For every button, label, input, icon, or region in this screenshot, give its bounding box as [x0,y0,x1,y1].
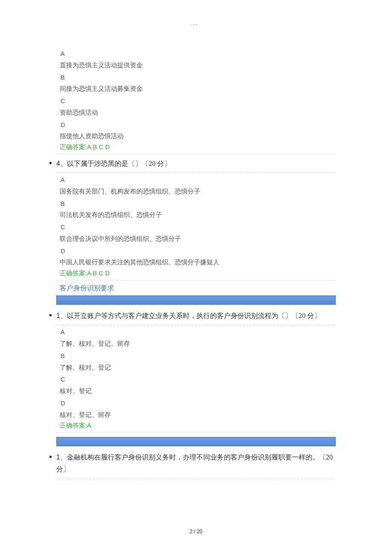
question-stem: 以开立账户等方式与客户建立业务关系时，执行的客户身份识别流程为〔〕〔20 分〕 [67,312,321,319]
question-stem: 以下属于涉恐黑的是〔〕〔20 分〕 [67,160,171,167]
section2-title: 客户身份识别要求 [56,281,336,295]
q4-answer: 正确答案:A B C D [56,269,336,279]
option-text: 直接为恐惧主义活动提供资金 [60,60,336,72]
option-letter: B [60,350,336,362]
option-letter: C [60,373,336,385]
answer-value: A [87,422,91,429]
divider [56,280,336,280]
option-text: 司法机关发布的恐惧组织、恐惧分子 [60,209,336,221]
question-number: 1、 [56,454,67,461]
option-text: 中国人民银行要求关注的其他恐惧组织、恐惧分子嫌疑人 [60,257,336,269]
header-link: --- [191,21,198,26]
section-bar [56,295,336,305]
option-letter: D [60,397,336,409]
option-letter: A [60,48,336,60]
answer-label: 正确答案: [60,422,87,429]
answer-value: A B C D [87,269,110,277]
s2q1-row: 1、以开立账户等方式与客户建立业务关系时，执行的客户身份识别流程为〔〕〔20 分… [56,307,336,324]
divider [56,325,336,325]
divider [56,478,336,479]
page-number: 2 / 20 [0,529,392,535]
option-letter: B [60,198,336,210]
s2q2-row: 1、金融机构在履行客户身份识别义务时，办理不同业务的客户身份识别履职要一样的。〔… [56,449,336,477]
option-letter: B [60,72,336,84]
q3-options: A 直接为恐惧主义活动提供资金 B 间接为恐惧主义活动募集资金 C 资助恐惧活动… [56,48,336,142]
option-text: 资助恐惧活动 [60,107,336,119]
bullet-icon [49,456,52,458]
question-stem: 金融机构在履行客户身份识别义务时，办理不同业务的客户身份识别履职要一样的。〔20… [56,454,333,472]
s2q2-text: 1、金融机构在履行客户身份识别义务时，办理不同业务的客户身份识别履职要一样的。〔… [56,451,336,474]
answer-label: 正确答案: [60,144,87,150]
answer-label: 正确答案: [60,270,87,277]
option-text: 了解、核对、登记 [60,362,336,374]
option-letter: A [60,326,336,338]
option-letter: C [60,95,336,107]
option-text: 联合理会决议中所列的恐惧组织、恐惧分子 [60,233,336,245]
question-number: 4、 [56,160,67,167]
answer-value: A B C D [87,143,110,150]
option-letter: D [60,245,336,257]
q4-options: A 国务院有关部门、机构发布的恐惧组织、恐惧分子 B 司法机关发布的恐惧组织、恐… [56,174,336,269]
q4-text: 4、以下属于涉恐黑的是〔〕〔20 分〕 [56,158,171,169]
section-bar [56,437,336,446]
divider [56,432,336,433]
option-text: 了解、核对、登记、留存 [60,338,336,350]
option-text: 国务院有关部门、机构发布的恐惧组织、恐惧分子 [60,186,336,198]
divider [56,173,336,173]
q3-answer: 正确答案:A B C D [56,142,336,153]
option-text: 核对、登记 [60,385,336,397]
bullet-icon [49,162,52,164]
q4-row: 4、以下属于涉恐黑的是〔〕〔20 分〕 [56,155,336,172]
s2q1-answer: 正确答案:A [56,421,336,431]
option-text: 间接为恐惧主义活动募集资金 [60,83,336,95]
bullet-icon [49,314,52,316]
divider [56,154,336,154]
option-text: 核对、登记、留存 [60,409,336,421]
option-letter: C [60,221,336,233]
option-letter: D [60,119,336,131]
question-number: 1、 [56,312,67,319]
option-letter: A [60,174,336,186]
s2q1-text: 1、以开立账户等方式与客户建立业务关系时，执行的客户身份识别流程为〔〕〔20 分… [56,310,321,321]
page-content: A 直接为恐惧主义活动提供资金 B 间接为恐惧主义活动募集资金 C 资助恐惧活动… [56,48,336,480]
option-text: 指使他人资助恐惧活动 [60,130,336,142]
s2q1-options: A 了解、核对、登记、留存 B 了解、核对、登记 C 核对、登记 D 核对、登记… [56,326,336,421]
